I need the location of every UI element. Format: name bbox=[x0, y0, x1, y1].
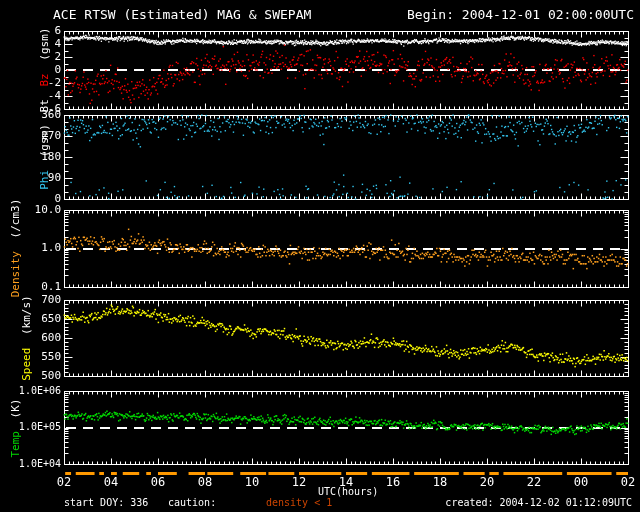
y-axis-label-bz: Bz bbox=[38, 73, 51, 86]
y-axis-unit-cm3: (/cm3) bbox=[9, 199, 22, 239]
footer-start-doy: start DOY: 336 bbox=[64, 497, 148, 508]
y-axis-label-density-text: Density bbox=[9, 251, 22, 297]
y-axis-label-bt: Bt bbox=[38, 99, 51, 112]
chart-canvas bbox=[0, 0, 640, 512]
begin-timestamp: Begin: 2004-12-01 02:00:00UTC bbox=[407, 7, 634, 22]
y-axis-unit-gsm2: (gsm) bbox=[38, 124, 51, 157]
ace-rtsw-plot-window: ACE RTSW (Estimated) MAG & SWEPAM Begin:… bbox=[0, 0, 640, 512]
y-axis-unit-kms: (km/s) bbox=[20, 295, 33, 335]
y-axis-label-density: Density (/cm3) bbox=[9, 196, 22, 301]
y-axis-label-speed-text: Speed bbox=[20, 348, 33, 381]
y-axis-unit-k: (K) bbox=[9, 399, 22, 419]
y-axis-label-bt-bz: Bt Bz (gsm) bbox=[38, 25, 51, 116]
y-axis-label-temp-text: Temp bbox=[9, 431, 22, 458]
y-axis-label-temp: Temp (K) bbox=[9, 396, 22, 461]
footer-caution-label: caution: bbox=[168, 497, 216, 508]
chart-title: ACE RTSW (Estimated) MAG & SWEPAM bbox=[53, 7, 311, 22]
y-axis-label-phi-text: Phi bbox=[38, 170, 51, 190]
footer-created-timestamp: created: 2004-12-02 01:12:09UTC bbox=[445, 497, 632, 508]
footer-caution-value: density < 1 bbox=[266, 497, 332, 508]
y-axis-unit-gsm: (gsm) bbox=[38, 28, 51, 61]
x-axis-label: UTC(hours) bbox=[318, 486, 378, 497]
y-axis-label-speed: Speed (km/s) bbox=[20, 292, 33, 384]
y-axis-label-phi: Phi (gsm) bbox=[38, 121, 51, 193]
